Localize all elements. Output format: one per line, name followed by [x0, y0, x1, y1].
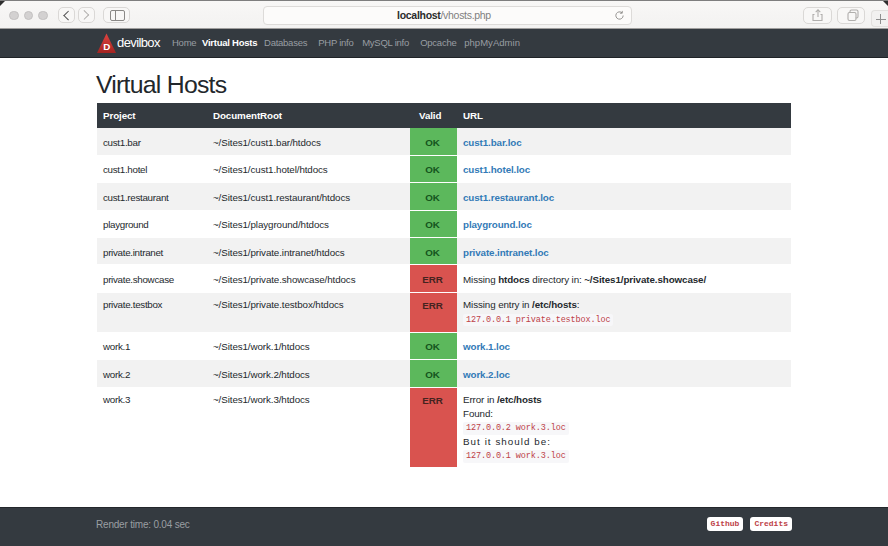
svg-text:D: D — [103, 40, 110, 51]
